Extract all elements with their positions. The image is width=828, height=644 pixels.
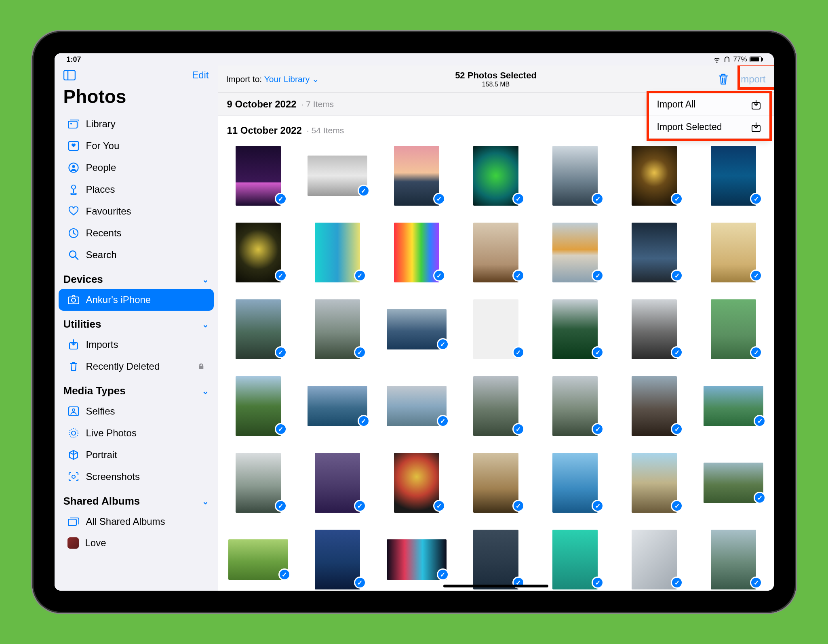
- photo-thumbnail[interactable]: ✓: [549, 376, 601, 436]
- selected-badge-icon: ✓: [437, 415, 449, 427]
- clock: 1:07: [67, 55, 81, 64]
- sidebar-item-library[interactable]: Library: [59, 113, 214, 135]
- selected-badge-icon: ✓: [433, 500, 445, 512]
- thumbnail-image: [552, 146, 598, 206]
- trash-icon: [67, 360, 80, 373]
- photo-thumbnail[interactable]: ✓: [390, 223, 443, 282]
- sidebar-item-favourites[interactable]: Favourites: [59, 200, 214, 222]
- sidebar-item-selfies[interactable]: Selfies: [59, 400, 214, 422]
- photo-thumbnail[interactable]: ✓: [387, 376, 447, 436]
- photo-thumbnail[interactable]: ✓: [232, 453, 284, 513]
- import-to-selector[interactable]: Import to: Your Library ⌄: [226, 74, 319, 84]
- annotation-highlight: [647, 91, 772, 141]
- photo-thumbnail[interactable]: ✓: [228, 530, 288, 589]
- selected-badge-icon: ✓: [750, 193, 762, 205]
- selected-badge-icon: ✓: [354, 346, 366, 358]
- sidebar-item-livephotos[interactable]: Live Photos: [59, 422, 214, 444]
- svg-point-20: [72, 475, 75, 478]
- livephoto-icon: [67, 427, 80, 439]
- thumbnail-image: [711, 530, 756, 589]
- photo-thumbnail[interactable]: ✓: [549, 299, 601, 359]
- edit-button[interactable]: Edit: [192, 69, 209, 81]
- section-media-types[interactable]: Media Types ⌄: [55, 377, 218, 400]
- thumbnail-image: [632, 146, 677, 206]
- sidebar-item-all-shared[interactable]: All Shared Albums: [59, 511, 214, 532]
- photo-thumbnail[interactable]: ✓: [707, 146, 760, 206]
- sidebar-item-people[interactable]: People: [59, 157, 214, 179]
- selected-badge-icon: ✓: [592, 193, 604, 205]
- svg-rect-2: [68, 121, 77, 128]
- photo-thumbnail[interactable]: ✓: [628, 146, 681, 206]
- sidebar-item-love[interactable]: Love: [59, 532, 214, 554]
- sidebar-item-recents[interactable]: Recents: [59, 222, 214, 244]
- photo-thumbnail[interactable]: ✓: [628, 299, 681, 359]
- sidebar-item-places[interactable]: Places: [59, 179, 214, 200]
- svg-rect-21: [68, 519, 76, 526]
- photo-thumbnail[interactable]: ✓: [311, 299, 364, 359]
- photo-thumbnail[interactable]: ✓: [308, 146, 367, 206]
- photo-thumbnail[interactable]: ✓: [628, 223, 681, 282]
- svg-point-9: [71, 193, 76, 195]
- sidebar-item-portrait[interactable]: Portrait: [59, 444, 214, 466]
- photo-thumbnail[interactable]: ✓: [232, 376, 284, 436]
- photo-thumbnail[interactable]: ✓: [549, 223, 601, 282]
- selected-badge-icon: ✓: [275, 193, 287, 205]
- photo-thumbnail[interactable]: ✓: [387, 530, 447, 589]
- photo-thumbnail[interactable]: ✓: [707, 223, 760, 282]
- section-devices[interactable]: Devices ⌄: [55, 266, 218, 289]
- thumbnail-image: [552, 453, 598, 513]
- thumbnail-image: [315, 453, 360, 513]
- photo-thumbnail[interactable]: ✓: [628, 376, 681, 436]
- thumbnail-image: [632, 453, 677, 513]
- selected-badge-icon: ✓: [671, 577, 683, 589]
- sidebar-item-search[interactable]: Search: [59, 244, 214, 266]
- photo-thumbnail[interactable]: ✓: [549, 530, 601, 589]
- photo-thumbnail[interactable]: ✓: [232, 299, 284, 359]
- svg-line-12: [75, 257, 78, 259]
- sidebar-item-recently-deleted[interactable]: Recently Deleted 🔒︎: [59, 356, 214, 377]
- import-menu: Import All Import Selected: [649, 93, 770, 139]
- photo-thumbnail[interactable]: ✓: [628, 453, 681, 513]
- shared-stack-icon: [67, 516, 80, 528]
- photo-thumbnail[interactable]: ✓: [387, 299, 447, 359]
- wifi-icon: [713, 56, 721, 63]
- photo-thumbnail[interactable]: ✓: [470, 453, 522, 513]
- photo-thumbnail[interactable]: ✓: [549, 453, 601, 513]
- thumbnail-image: [236, 376, 281, 436]
- photo-thumbnail[interactable]: ✓: [549, 146, 601, 206]
- sidebar-toggle-icon[interactable]: [63, 70, 76, 80]
- screen: 1:07 77% Edit Photos: [55, 53, 774, 591]
- svg-point-14: [72, 298, 76, 302]
- sidebar-item-device[interactable]: Ankur's iPhone: [59, 289, 214, 311]
- home-indicator[interactable]: [443, 585, 548, 587]
- photo-thumbnail[interactable]: ✓: [470, 376, 522, 436]
- section-utilities[interactable]: Utilities ⌄: [55, 311, 218, 334]
- photo-thumbnail[interactable]: ✓: [311, 530, 364, 589]
- section-shared-albums[interactable]: Shared Albums ⌄: [55, 488, 218, 511]
- selected-badge-icon: ✓: [358, 415, 370, 427]
- photo-thumbnail[interactable]: ✓: [707, 299, 760, 359]
- photo-thumbnail[interactable]: ✓: [232, 146, 284, 206]
- thumbnail-image: [711, 146, 756, 206]
- photo-thumbnail[interactable]: ✓: [704, 453, 763, 513]
- sidebar-item-imports[interactable]: Imports: [59, 334, 214, 356]
- photo-thumbnail[interactable]: ✓: [390, 453, 443, 513]
- heart-text-icon: [67, 140, 80, 152]
- svg-point-18: [72, 431, 76, 435]
- photo-thumbnail[interactable]: ✓: [311, 223, 364, 282]
- sidebar-item-foryou[interactable]: For You: [59, 135, 214, 157]
- photo-thumbnail[interactable]: ✓: [470, 299, 522, 359]
- photo-thumbnail[interactable]: ✓: [470, 223, 522, 282]
- photo-thumbnail[interactable]: ✓: [308, 376, 367, 436]
- photo-thumbnail[interactable]: ✓: [470, 530, 522, 589]
- photo-thumbnail[interactable]: ✓: [628, 530, 681, 589]
- photo-thumbnail[interactable]: ✓: [470, 146, 522, 206]
- thumbnail-image: [473, 530, 518, 589]
- delete-button[interactable]: [718, 73, 729, 86]
- photo-thumbnail[interactable]: ✓: [704, 376, 763, 436]
- photo-thumbnail[interactable]: ✓: [311, 453, 364, 513]
- photo-thumbnail[interactable]: ✓: [707, 530, 760, 589]
- photo-thumbnail[interactable]: ✓: [232, 223, 284, 282]
- sidebar-item-screenshots[interactable]: Screenshots: [59, 466, 214, 488]
- photo-thumbnail[interactable]: ✓: [390, 146, 443, 206]
